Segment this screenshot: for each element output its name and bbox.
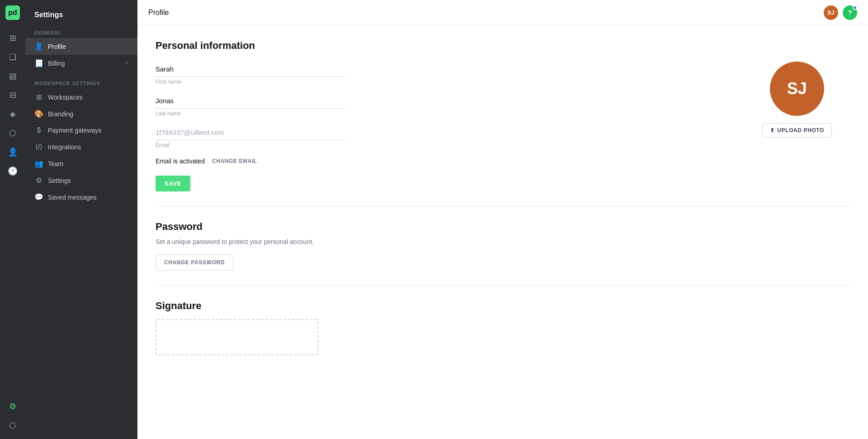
- integrations-icon: ⟨/⟩: [34, 143, 43, 151]
- personal-info-section: Personal information Sarah First name Jo…: [156, 40, 850, 191]
- sidebar: Settings GENERAL 👤 Profile 🧾 Billing ↗ W…: [25, 0, 137, 439]
- app-logo[interactable]: pd: [5, 5, 20, 20]
- page-title: Profile: [148, 9, 169, 17]
- main-content: Profile SJ ? Personal information Sarah …: [137, 0, 868, 439]
- email-status-row: Email is activated CHANGE EMAIL: [156, 157, 850, 165]
- upload-icon: ⬆: [770, 127, 775, 134]
- workspace-section-label: WORKSPACE SETTINGS: [25, 77, 137, 89]
- sidebar-item-billing[interactable]: 🧾 Billing ↗: [25, 55, 137, 72]
- sidebar-item-settings[interactable]: ⚙ Settings: [25, 172, 137, 189]
- sidebar-label-billing: Billing: [48, 60, 65, 67]
- topbar-right: SJ ?: [824, 5, 857, 20]
- save-button[interactable]: SAVE: [156, 176, 190, 191]
- email-label: Email: [156, 142, 850, 148]
- branding-icon: 🎨: [34, 110, 43, 118]
- saved-messages-icon: 💬: [34, 193, 43, 201]
- nav-icon-palette[interactable]: ⬡: [5, 125, 21, 141]
- upload-photo-button[interactable]: ⬆ UPLOAD PHOTO: [762, 123, 832, 138]
- sidebar-title: Settings: [25, 7, 137, 26]
- upload-photo-label: UPLOAD PHOTO: [777, 127, 824, 134]
- divider-1: [156, 206, 850, 206]
- first-name-label: First name: [156, 79, 345, 85]
- change-password-button[interactable]: CHANGE PASSWORD: [156, 254, 233, 271]
- divider-2: [156, 285, 850, 286]
- avatar: SJ: [770, 62, 824, 116]
- payment-icon: $: [34, 126, 43, 134]
- billing-icon: 🧾: [34, 59, 43, 67]
- nav-icon-grid[interactable]: ⊞: [5, 30, 21, 46]
- sidebar-item-saved-messages[interactable]: 💬 Saved messages: [25, 189, 137, 205]
- signature-title: Signature: [156, 300, 850, 312]
- nav-icon-settings[interactable]: ⚙: [5, 398, 21, 415]
- nav-icon-layers[interactable]: ❏: [5, 49, 21, 65]
- help-icon: ?: [848, 9, 852, 16]
- email-value[interactable]: 1f799337@uifeed.com: [156, 126, 345, 140]
- sidebar-label-integrations: Integrations: [48, 143, 81, 151]
- content-area: Personal information Sarah First name Jo…: [137, 25, 868, 439]
- sidebar-item-integrations[interactable]: ⟨/⟩ Integrations: [25, 138, 137, 155]
- avatar-section: SJ ⬆ UPLOAD PHOTO: [762, 62, 832, 138]
- external-link-icon: ↗: [124, 60, 128, 67]
- change-email-button[interactable]: CHANGE EMAIL: [212, 158, 257, 164]
- password-description: Set a unique password to protect your pe…: [156, 238, 850, 245]
- first-name-value[interactable]: Sarah: [156, 62, 345, 77]
- sidebar-item-profile[interactable]: 👤 Profile: [25, 38, 137, 55]
- team-icon: 👥: [34, 159, 43, 168]
- email-field: 1f799337@uifeed.com Email: [156, 126, 850, 148]
- topbar-avatar[interactable]: SJ: [824, 5, 838, 20]
- last-name-value[interactable]: Jonas: [156, 94, 345, 109]
- sidebar-label-profile: Profile: [48, 43, 66, 50]
- nav-icon-tag[interactable]: ◈: [5, 106, 21, 122]
- sidebar-label-payment: Payment gateways: [48, 127, 101, 134]
- notification-dot: [853, 5, 857, 10]
- sidebar-item-workspaces[interactable]: ⊞ Workspaces: [25, 89, 137, 105]
- sidebar-item-payment-gateways[interactable]: $ Payment gateways: [25, 122, 137, 138]
- email-status-text: Email is activated: [156, 157, 205, 165]
- signature-box[interactable]: [156, 319, 318, 355]
- sidebar-item-branding[interactable]: 🎨 Branding: [25, 105, 137, 122]
- nav-icon-user[interactable]: 👤: [5, 144, 21, 160]
- last-name-label: Last name: [156, 110, 345, 117]
- password-title: Password: [156, 221, 850, 233]
- last-name-field: Jonas Last name: [156, 94, 345, 117]
- nav-icon-box[interactable]: ⬡: [5, 417, 21, 434]
- help-button[interactable]: ?: [843, 5, 857, 20]
- signature-section: Signature: [156, 300, 850, 355]
- personal-info-title: Personal information: [156, 40, 850, 52]
- sidebar-label-workspaces: Workspaces: [48, 94, 83, 101]
- settings-icon: ⚙: [34, 176, 43, 185]
- sidebar-label-team: Team: [48, 160, 63, 167]
- sidebar-label-branding: Branding: [48, 110, 73, 118]
- nav-icon-inbox[interactable]: ⊟: [5, 87, 21, 103]
- topbar: Profile SJ ?: [137, 0, 868, 25]
- password-section: Password Set a unique password to protec…: [156, 221, 850, 271]
- sidebar-label-saved-messages: Saved messages: [48, 194, 96, 201]
- sidebar-label-settings: Settings: [48, 177, 71, 184]
- sidebar-item-team[interactable]: 👥 Team: [25, 155, 137, 172]
- nav-icon-clock[interactable]: 🕐: [5, 163, 21, 179]
- icon-bar: pd ⊞ ❏ ▤ ⊟ ◈ ⬡ 👤 🕐 ⚙ ⬡: [0, 0, 25, 439]
- first-name-field: Sarah First name: [156, 62, 345, 85]
- profile-icon: 👤: [34, 42, 43, 51]
- workspaces-icon: ⊞: [34, 93, 43, 101]
- general-section-label: GENERAL: [25, 26, 137, 38]
- nav-icon-table[interactable]: ▤: [5, 68, 21, 84]
